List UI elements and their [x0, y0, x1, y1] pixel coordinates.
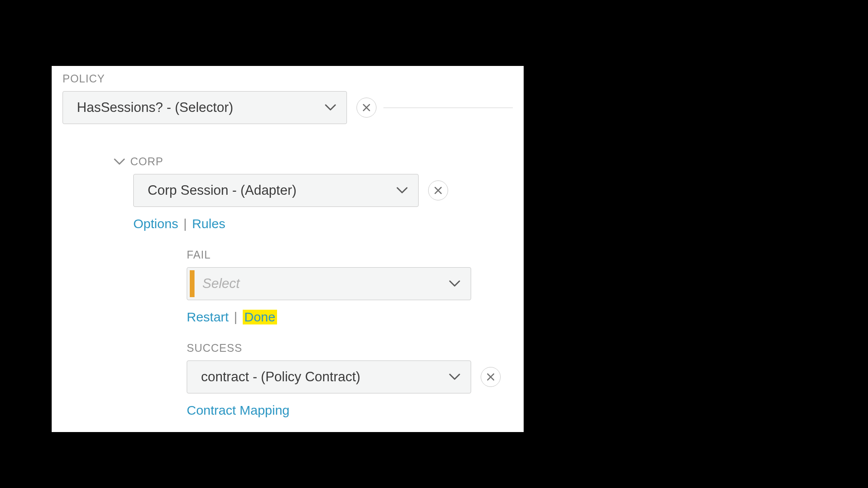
fail-dropdown-placeholder: Select — [202, 276, 449, 291]
divider-line — [383, 108, 513, 108]
policy-label-text: POLICY — [63, 72, 105, 85]
success-row: contract - (Policy Contract) — [187, 360, 513, 393]
fail-row: Select — [187, 267, 513, 300]
warning-indicator-bar — [190, 270, 195, 297]
fail-label-text: FAIL — [187, 249, 211, 261]
fail-section-label: FAIL — [187, 249, 513, 261]
done-link[interactable]: Done — [243, 310, 277, 324]
close-icon — [434, 186, 442, 195]
corp-dropdown-text: Corp Session - (Adapter) — [148, 183, 297, 198]
success-block: SUCCESS contract - (Policy Contract) Con… — [187, 342, 513, 418]
success-close-button[interactable] — [481, 367, 501, 387]
policy-panel: POLICY HasSessions? - (Selector) CORP Co… — [52, 66, 524, 432]
chevron-down-icon[interactable] — [114, 158, 125, 165]
chevron-down-icon — [325, 104, 336, 111]
success-dropdown[interactable]: contract - (Policy Contract) — [187, 360, 471, 393]
corp-links-row: Options | Rules — [133, 216, 513, 231]
policy-dropdown-text: HasSessions? - (Selector) — [77, 100, 233, 115]
chevron-down-icon — [449, 280, 460, 287]
policy-close-button[interactable] — [356, 98, 376, 118]
success-label-text: SUCCESS — [187, 342, 242, 354]
corp-block: CORP Corp Session - (Adapter) Options | … — [114, 155, 513, 418]
policy-dropdown[interactable]: HasSessions? - (Selector) — [63, 91, 347, 124]
close-icon — [362, 103, 371, 112]
fail-dropdown[interactable]: Select — [187, 267, 471, 300]
chevron-down-icon — [449, 373, 460, 380]
fail-links-row: Restart | Done — [187, 310, 513, 324]
link-divider: | — [234, 310, 238, 324]
restart-link[interactable]: Restart — [187, 310, 229, 324]
contract-mapping-link[interactable]: Contract Mapping — [187, 403, 290, 418]
close-icon — [486, 373, 495, 381]
rules-link[interactable]: Rules — [192, 216, 225, 231]
corp-close-button[interactable] — [428, 180, 448, 200]
success-section-label: SUCCESS — [187, 342, 513, 354]
corp-section-label: CORP — [114, 155, 513, 168]
fail-block: FAIL Select Restart | Done — [187, 249, 513, 324]
success-dropdown-text: contract - (Policy Contract) — [201, 369, 360, 385]
chevron-down-icon — [396, 187, 408, 194]
success-links-row: Contract Mapping — [187, 403, 513, 418]
policy-section-label: POLICY — [63, 72, 513, 85]
corp-row: Corp Session - (Adapter) — [133, 174, 513, 207]
corp-label-text: CORP — [130, 155, 163, 168]
link-divider: | — [183, 216, 187, 231]
corp-dropdown[interactable]: Corp Session - (Adapter) — [133, 174, 419, 207]
policy-row: HasSessions? - (Selector) — [63, 91, 513, 124]
options-link[interactable]: Options — [133, 216, 178, 231]
